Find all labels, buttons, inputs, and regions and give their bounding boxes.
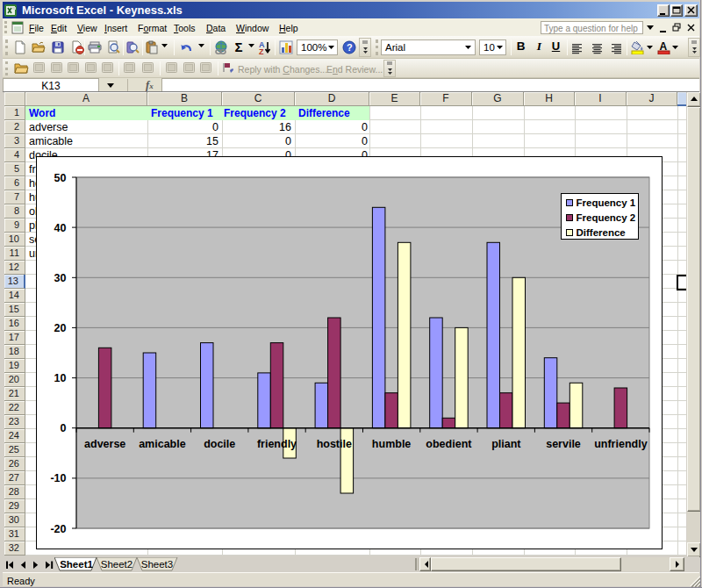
svg-text:Z: Z [259,47,264,54]
svg-text:50: 50 [54,172,67,184]
svg-text:hostile: hostile [317,438,352,450]
svg-text:Frequency 1: Frequency 1 [577,197,636,208]
svg-text:0: 0 [61,422,67,434]
svg-text:10: 10 [54,372,67,384]
svg-text:unfriendly: unfriendly [594,438,647,450]
svg-text:humble: humble [372,438,411,450]
svg-text:30: 30 [54,272,67,284]
svg-text:Sheet1: Sheet1 [60,559,93,570]
svg-text:40: 40 [54,222,67,234]
svg-text:Difference: Difference [577,227,626,238]
svg-text:-20: -20 [50,523,66,535]
svg-text:servile: servile [546,438,581,450]
svg-text:amicable: amicable [139,438,186,450]
svg-text:-10: -10 [50,472,66,484]
svg-text:20: 20 [54,322,67,334]
svg-text:obedient: obedient [426,438,472,450]
svg-text:adverse: adverse [84,438,125,450]
svg-text:?: ? [347,42,353,53]
svg-text:Sheet3: Sheet3 [141,559,173,570]
svg-text:friendly: friendly [257,438,297,450]
svg-text:Frequency 2: Frequency 2 [577,212,636,223]
svg-text:Sheet2: Sheet2 [101,559,133,570]
svg-text:pliant: pliant [491,438,521,450]
svg-text:docile: docile [204,438,235,450]
